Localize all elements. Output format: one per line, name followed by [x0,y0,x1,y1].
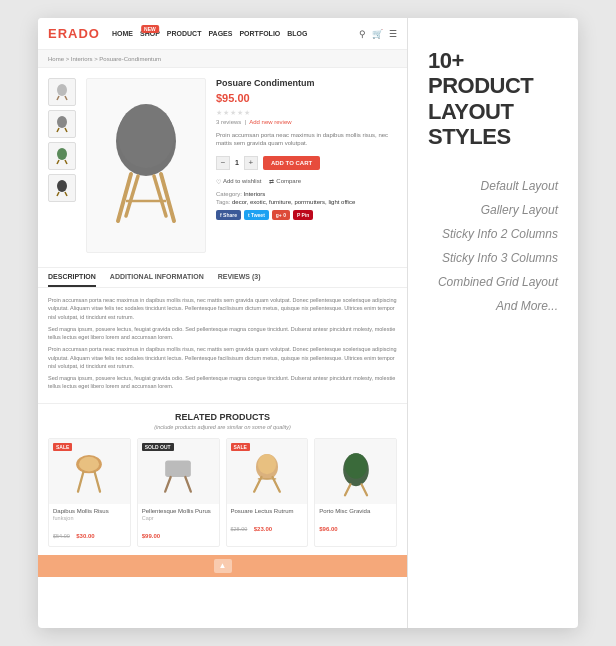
svg-line-5 [65,128,67,132]
product-card-2[interactable]: SOLD OUT Pellentesque Mollis Purus Capr [137,438,220,547]
product-card-1[interactable]: SALE Dapibus Mollis Risus funksjon [48,438,131,547]
category-meta: Category: Interiors [216,191,397,197]
scroll-top-button[interactable]: ▲ [214,559,232,573]
thumb-1[interactable] [48,78,76,106]
thumb-4[interactable] [48,174,76,202]
star-5: ★ [244,109,250,117]
nav-links: HOME NEW SHOP PRODUCT PAGES PORTFOLIO BL… [112,30,308,37]
star-3: ★ [230,109,236,117]
svg-point-6 [57,148,67,160]
product-card-4[interactable]: Porto Misc Gravida $96.00 [314,438,397,547]
layout-item-1: Default Layout [428,179,558,193]
cart-icon[interactable]: 🛒 [372,29,383,39]
layout-item-6: And More... [428,299,558,313]
reviews-count: 3 reviews [216,119,241,125]
product-card-img-1: SALE [49,439,130,504]
pc-price-4: $96.00 [319,526,337,532]
logo-accent: D [78,26,88,41]
tags-meta: Tags: decor, exotic, furniture, porrmutt… [216,199,397,205]
pc-price-1: $30.00 [76,533,94,539]
breadcrumb: Home > Interiors > Posuare-Condimentum [38,50,407,68]
star-rating: ★ ★ ★ ★ ★ [216,109,397,117]
svg-line-15 [161,174,174,221]
nav-product[interactable]: PRODUCT [167,30,202,37]
category-value: Interiors [244,191,266,197]
facebook-share[interactable]: f Share [216,210,241,220]
svg-line-14 [118,174,131,221]
twitter-share[interactable]: t Tweet [244,210,269,220]
svg-point-32 [345,453,367,479]
svg-line-1 [57,96,59,100]
browser-mockup: ERADO HOME NEW SHOP PRODUCT PAGES PORTFO… [38,18,408,628]
svg-line-7 [57,160,59,164]
tags-value: decor, exotic, furniture, porrmutters, l… [232,199,355,205]
compare-link[interactable]: ⇄ Compare [269,178,301,185]
pc-price-3: $23.00 [254,526,272,532]
product-card-3[interactable]: SALE Posuare Lectus Rutrum [226,438,309,547]
pc-color-2: Capr [142,515,215,521]
description-section: Proin accumsan porta neac maximus in dap… [38,288,407,404]
svg-point-13 [118,104,174,168]
nav-shop[interactable]: NEW SHOP [140,30,160,37]
qty-decrease[interactable]: − [216,156,230,170]
related-subtitle: (include products adjured are similar on… [48,424,397,430]
qty-value: 1 [235,159,239,166]
svg-rect-23 [165,460,191,477]
nav-icons: ⚲ 🛒 ☰ [359,29,397,39]
social-share: f Share t Tweet g+ 0 P Pin [216,210,397,220]
breadcrumb-text: Home > Interiors > Posuare-Condimentum [48,56,161,62]
search-icon[interactable]: ⚲ [359,29,366,39]
add-review-link[interactable]: Add new review [249,119,291,125]
nav-portfolio[interactable]: PORTFOLIO [239,30,280,37]
desc-para-3: Proin accumsan porta neac maximus in dap… [48,345,397,370]
svg-line-22 [95,471,101,491]
add-to-cart-button[interactable]: ADD TO CART [263,156,320,170]
svg-line-2 [65,96,67,100]
outer-wrapper: ERADO HOME NEW SHOP PRODUCT PAGES PORTFO… [0,0,616,646]
desc-para-1: Proin accumsan porta neac maximus in dap… [48,296,397,321]
tab-description[interactable]: DESCRIPTION [48,268,96,287]
pc-old-price-3: $28.00 [231,526,248,532]
pc-name-4: Porto Misc Gravida [319,508,392,514]
thumb-2[interactable] [48,110,76,138]
googleplus-share[interactable]: g+ 0 [272,210,290,220]
svg-line-21 [78,471,84,491]
tab-additional[interactable]: ADDITIONAL INFORMATION [110,268,204,287]
product-info: Posuare Condimentum $95.00 ★ ★ ★ ★ ★ 3 r… [216,78,397,257]
nav-pages[interactable]: PAGES [208,30,232,37]
bottom-bar: ▲ [38,555,407,577]
svg-point-0 [57,84,67,96]
svg-line-4 [57,128,59,132]
pinterest-share[interactable]: P Pin [293,210,313,220]
pc-name-1: Dapibus Mollis Risus [53,508,126,514]
product-tabs: DESCRIPTION ADDITIONAL INFORMATION REVIE… [38,268,407,288]
layout-list: Default Layout Gallery Layout Sticky Inf… [428,179,558,313]
star-2: ★ [223,109,229,117]
svg-line-33 [345,484,351,495]
review-text: 3 reviews | Add new review [216,119,397,125]
thumb-3[interactable] [48,142,76,170]
nav-home[interactable]: HOME [112,30,133,37]
svg-point-20 [79,456,99,471]
pc-price-row-1: $54.00 $30.00 [53,524,126,542]
tab-reviews[interactable]: REVIEWS (3) [218,268,261,287]
layout-item-4: Sticky Info 3 Columns [428,251,558,265]
related-products-section: RELATED PRODUCTS (include products adjur… [38,404,407,555]
star-1: ★ [216,109,222,117]
products-grid: SALE Dapibus Mollis Risus funksjon [48,438,397,547]
nav-blog[interactable]: BLOG [287,30,307,37]
product-card-body-3: Posuare Lectus Rutrum $28.00 $23.00 [227,504,308,539]
menu-icon[interactable]: ☰ [389,29,397,39]
svg-point-3 [57,116,67,128]
product-card-img-4 [315,439,396,504]
wishlist-row: ♡ Add to wishlist ⇄ Compare [216,178,397,185]
qty-increase[interactable]: + [244,156,258,170]
product-card-img-2: SOLD OUT [138,439,219,504]
wishlist-link[interactable]: ♡ Add to wishlist [216,178,261,185]
product-card-body-2: Pellentesque Mollis Purus Capr $99.00 [138,504,219,546]
pc-name-3: Posuare Lectus Rutrum [231,508,304,514]
thumbnail-list [48,78,76,257]
pc-name-2: Pellentesque Mollis Purus [142,508,215,514]
pc-price-row-3: $28.00 $23.00 [231,517,304,535]
quantity-row: − 1 + ADD TO CART [216,156,397,170]
